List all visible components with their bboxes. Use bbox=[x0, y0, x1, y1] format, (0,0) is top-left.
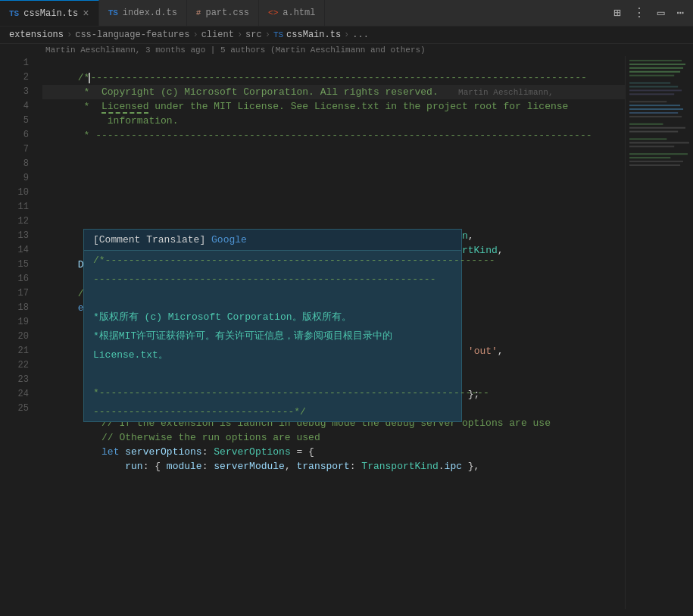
breadcrumb-ts-icon: TS bbox=[273, 30, 283, 39]
svg-rect-11 bbox=[629, 105, 680, 106]
breadcrumb-part[interactable]: css-language-features bbox=[75, 30, 189, 40]
code-line-25: run: { module: serverModule, transport: … bbox=[42, 445, 625, 459]
code-line-7 bbox=[42, 157, 625, 171]
breadcrumb-part[interactable]: extensions bbox=[9, 30, 64, 40]
svg-rect-2 bbox=[629, 64, 685, 65]
line-num-11: 11 bbox=[0, 200, 29, 214]
tab-close-icon[interactable]: × bbox=[83, 8, 89, 19]
tab-cssMain[interactable]: TS cssMain.ts × bbox=[0, 0, 99, 26]
tab-label: part.css bbox=[205, 8, 249, 18]
editor: 1 2 3 4 5 6 7 8 9 10 11 12 13 14 15 16 1… bbox=[0, 56, 693, 609]
svg-rect-8 bbox=[629, 89, 682, 91]
breadcrumb-sep: › bbox=[192, 30, 198, 40]
svg-rect-13 bbox=[629, 112, 678, 114]
tab-label: index.d.ts bbox=[123, 8, 177, 18]
code-line-6 bbox=[42, 142, 625, 157]
line-num-24: 24 bbox=[0, 387, 29, 402]
line-num-25: 25 bbox=[0, 402, 29, 416]
svg-rect-3 bbox=[629, 67, 683, 69]
breadcrumb-sep: › bbox=[344, 30, 349, 40]
line-num-2: 2 bbox=[0, 70, 29, 85]
breadcrumb-sep: › bbox=[67, 30, 72, 40]
tooltip-header: [Comment Translate] Google bbox=[84, 230, 461, 251]
code-line-4: information. bbox=[42, 99, 625, 114]
tooltip-line-3: *版权所有 (c) Microsoft Corporation。版权所有。 bbox=[84, 308, 461, 327]
svg-rect-19 bbox=[629, 142, 689, 143]
line-num-10: 10 bbox=[0, 186, 29, 200]
line-num-13: 13 bbox=[0, 229, 29, 243]
code-line-3: * Licensed under the MIT License. See Li… bbox=[42, 85, 625, 99]
code-area[interactable]: /*--------------------------------------… bbox=[36, 56, 625, 609]
svg-rect-12 bbox=[629, 108, 683, 110]
line-num-5: 5 bbox=[0, 114, 29, 128]
tab-actions: ⊞ ⋮ ▭ ⋯ bbox=[604, 0, 693, 26]
code-line-4b: * --------------------------------------… bbox=[42, 114, 625, 128]
tab-a[interactable]: <> a.html bbox=[259, 0, 325, 26]
breadcrumb-part[interactable]: src bbox=[245, 30, 262, 40]
code-line-8 bbox=[42, 171, 625, 186]
breadcrumb-part[interactable]: client bbox=[201, 30, 234, 40]
breadcrumb-sep: › bbox=[265, 30, 270, 40]
line-num-8: 8 bbox=[0, 157, 29, 171]
line-num-1: 1 bbox=[0, 56, 29, 70]
line-num-20: 20 bbox=[0, 330, 29, 344]
tab-label: a.html bbox=[283, 8, 315, 18]
tooltip-line-2: ----------------------------------------… bbox=[84, 270, 461, 289]
line-num-14: 14 bbox=[0, 243, 29, 258]
split-editor-icon[interactable]: ⊞ bbox=[610, 4, 624, 22]
tooltip-line-5: License.txt。 bbox=[84, 346, 461, 364]
css-icon: # bbox=[196, 8, 201, 17]
line-num-17: 17 bbox=[0, 286, 29, 301]
code-line-24: let serverOptions: ServerOptions = { bbox=[42, 430, 625, 445]
line-num-15: 15 bbox=[0, 258, 29, 272]
tooltip-line-blank2 bbox=[84, 364, 461, 383]
svg-rect-18 bbox=[629, 139, 666, 140]
breadcrumb: extensions › css-language-features › cli… bbox=[0, 27, 693, 44]
forward-icon[interactable]: ▭ bbox=[654, 4, 668, 22]
svg-rect-22 bbox=[629, 157, 670, 158]
breadcrumb-part[interactable]: cssMain.ts bbox=[286, 30, 341, 40]
tooltip-line-4: *根据MIT许可证获得许可。有关许可证信息，请参阅项目根目录中的 bbox=[84, 327, 461, 346]
tooltip-header-text: [Comment Translate] bbox=[93, 234, 211, 245]
line-num-3: 3 bbox=[0, 85, 29, 99]
more-icon[interactable]: ⋯ bbox=[673, 4, 687, 22]
code-line-9 bbox=[42, 186, 625, 200]
html-icon: <> bbox=[268, 8, 278, 17]
code-line-1: /*--------------------------------------… bbox=[42, 56, 625, 70]
back-icon[interactable]: ⋮ bbox=[630, 4, 648, 22]
blame-line: Martin Aeschlimann, 3 months ago | 5 aut… bbox=[0, 44, 693, 56]
svg-rect-6 bbox=[629, 83, 670, 84]
line-num-19: 19 bbox=[0, 315, 29, 330]
svg-rect-15 bbox=[629, 124, 663, 125]
tooltip-google-link[interactable]: Google bbox=[211, 234, 247, 245]
line-num-12: 12 bbox=[0, 214, 29, 229]
tab-index[interactable]: TS index.d.ts bbox=[99, 0, 187, 26]
breadcrumb-part[interactable]: ... bbox=[352, 30, 369, 40]
svg-rect-4 bbox=[629, 71, 680, 73]
line-numbers: 1 2 3 4 5 6 7 8 9 10 11 12 13 14 15 16 1… bbox=[0, 56, 36, 609]
tab-bar: TS cssMain.ts × TS index.d.ts # part.css… bbox=[0, 0, 693, 27]
code-line-2: * Copyright (c) Microsoft Corporation. A… bbox=[42, 70, 625, 85]
svg-rect-10 bbox=[629, 101, 666, 102]
line-num-18: 18 bbox=[0, 301, 29, 315]
line-num-21: 21 bbox=[0, 344, 29, 358]
line-num-7: 7 bbox=[0, 142, 29, 157]
svg-rect-1 bbox=[629, 60, 682, 61]
minimap bbox=[625, 56, 693, 609]
ts-icon: TS bbox=[108, 8, 118, 17]
tooltip-line-7: ----------------------------------*/ bbox=[84, 402, 461, 421]
svg-rect-21 bbox=[629, 153, 688, 155]
line-num-6: 6 bbox=[0, 128, 29, 142]
code-line-5 bbox=[42, 128, 625, 142]
svg-rect-9 bbox=[629, 93, 674, 95]
line-num-4: 4 bbox=[0, 99, 29, 114]
tab-label: cssMain.ts bbox=[23, 8, 78, 19]
blame-text: Martin Aeschlimann, 3 months ago | 5 aut… bbox=[45, 45, 426, 55]
line-num-22: 22 bbox=[0, 358, 29, 373]
tooltip-line-6: *---------------------------------------… bbox=[84, 383, 461, 402]
tooltip-popup: [Comment Translate] Google /*-----------… bbox=[83, 229, 462, 422]
tab-part[interactable]: # part.css bbox=[187, 0, 259, 26]
tooltip-line-blank bbox=[84, 289, 461, 308]
code-line-11: ange, Position, bbox=[42, 214, 625, 229]
line-num-16: 16 bbox=[0, 272, 29, 286]
